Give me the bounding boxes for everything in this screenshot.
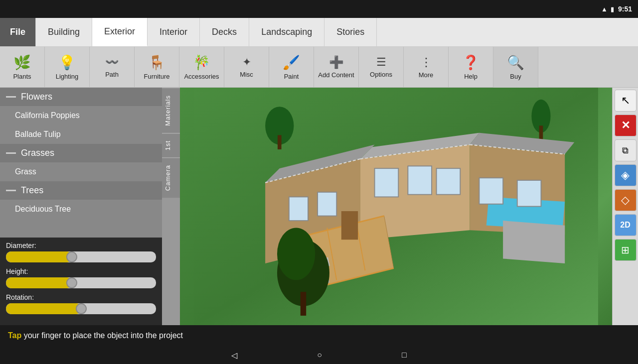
status-rest: your finger to place the object into the…	[21, 331, 183, 340]
rotation-track[interactable]	[6, 303, 156, 314]
tab-landscaping[interactable]: Landscaping	[249, 18, 324, 46]
svg-rect-26	[517, 180, 541, 206]
list-item-ballade-tulip[interactable]: Ballade Tulip	[0, 125, 162, 144]
dash-icon-2	[6, 152, 16, 154]
tool-lighting[interactable]: 💡 Lighting	[45, 47, 90, 88]
dash-icon-3	[6, 190, 16, 191]
status-message: Tap your finger to place the object into…	[8, 331, 183, 340]
copy-button[interactable]: ⧉	[615, 139, 637, 161]
cursor-button[interactable]: ↖	[615, 90, 637, 112]
cube3d-icon: ◈	[621, 169, 630, 182]
left-panel: Flowers California Poppies Ballade Tulip…	[0, 88, 162, 325]
battery-icon: ▮	[611, 5, 614, 13]
3d-viewport[interactable]	[180, 88, 612, 325]
paint-label: Paint	[284, 73, 299, 80]
tab-1st[interactable]: 1st	[162, 133, 180, 157]
status-bar: ▲ ▮ 9:51	[0, 0, 638, 18]
paint-icon: 🖌️	[283, 54, 300, 71]
sliders-area: Diameter: Height: Rotation:	[0, 238, 162, 325]
wireframe-button[interactable]: ◇	[615, 189, 637, 211]
group-trees[interactable]: Trees	[0, 181, 162, 200]
tool-accessories[interactable]: 🎋 Accessories	[179, 47, 224, 88]
height-slider-row: Height:	[6, 267, 156, 288]
main-area: Flowers California Poppies Ballade Tulip…	[0, 88, 638, 325]
tool-furniture[interactable]: 🪑 Furniture	[135, 47, 179, 88]
diameter-slider-row: Diameter:	[6, 242, 156, 262]
tab-materials[interactable]: Materials	[162, 88, 180, 133]
group-flowers[interactable]: Flowers	[0, 88, 162, 106]
diameter-thumb[interactable]	[66, 251, 77, 262]
copy-icon: ⧉	[622, 145, 629, 156]
list-item-grass[interactable]: Grass	[0, 162, 162, 181]
tool-paint[interactable]: 🖌️ Paint	[269, 47, 314, 88]
height-track[interactable]	[6, 277, 156, 288]
flowers-label: Flowers	[21, 92, 52, 102]
grid-button[interactable]: ⊞	[615, 239, 637, 261]
buy-icon: 🔍	[507, 54, 524, 71]
cube-outline-icon: ◇	[621, 194, 630, 207]
grid-icon: ⊞	[621, 244, 630, 256]
plants-label: Plants	[13, 73, 31, 80]
furniture-label: Furniture	[144, 73, 169, 80]
tool-options[interactable]: ☰ Options	[359, 47, 404, 88]
toolbar: 🌿 Plants 💡 Lighting 〰️ Path 🪑 Furniture …	[0, 47, 638, 88]
bottom-status-bar: Tap your finger to place the object into…	[0, 325, 638, 346]
path-icon: 〰️	[105, 56, 119, 69]
item-list: Flowers California Poppies Ballade Tulip…	[0, 88, 162, 238]
lighting-label: Lighting	[56, 73, 79, 80]
group-grasses[interactable]: Grasses	[0, 144, 162, 162]
status-icons: ▲ ▮	[601, 5, 614, 13]
dash-icon	[6, 96, 16, 98]
right-toolbar: ↖ ✕ ⧉ ◈ ◇ 2D ⊞	[612, 88, 638, 325]
rotation-slider-row: Rotation:	[6, 293, 156, 314]
delete-button[interactable]: ✕	[615, 115, 637, 136]
height-thumb[interactable]	[66, 277, 77, 288]
2d-view-button[interactable]: 2D	[615, 214, 637, 236]
tab-decks[interactable]: Decks	[200, 18, 249, 46]
rotation-thumb[interactable]	[76, 303, 87, 314]
trees-label: Trees	[21, 185, 43, 196]
more-label: More	[419, 71, 434, 79]
list-item-california-poppies[interactable]: California Poppies	[0, 106, 162, 125]
tab-stories[interactable]: Stories	[324, 18, 377, 46]
help-icon: ❓	[462, 54, 479, 71]
3d-view-button[interactable]: ◈	[615, 164, 637, 186]
options-icon: ☰	[376, 56, 386, 69]
options-label: Options	[370, 71, 392, 78]
misc-label: Misc	[240, 71, 253, 78]
tap-highlight: Tap	[8, 331, 21, 340]
accessories-label: Accessories	[184, 73, 219, 80]
grasses-label: Grasses	[21, 148, 54, 158]
accessories-icon: 🎋	[193, 54, 210, 71]
add-content-label: Add Content	[318, 71, 354, 79]
tab-interior[interactable]: Interior	[148, 18, 200, 46]
tool-add-content[interactable]: ➕ Add Content	[314, 47, 359, 88]
path-label: Path	[105, 71, 119, 78]
cursor-icon: ↖	[621, 94, 630, 107]
rotation-label: Rotation:	[6, 293, 156, 301]
furniture-icon: 🪑	[148, 54, 165, 71]
tool-help[interactable]: ❓ Help	[449, 47, 493, 88]
list-item-deciduous-tree[interactable]: Deciduous Tree	[0, 200, 162, 219]
tab-file[interactable]: File	[0, 18, 36, 46]
tab-exterior[interactable]: Exterior	[92, 18, 148, 46]
svg-rect-20	[289, 197, 308, 221]
plants-icon: 🌿	[13, 54, 31, 71]
svg-rect-4	[539, 125, 543, 140]
tool-path[interactable]: 〰️ Path	[90, 47, 135, 88]
diameter-track[interactable]	[6, 251, 156, 262]
tool-misc[interactable]: ✦ Misc	[224, 47, 269, 88]
android-nav-bar: ◁ ○ □	[0, 346, 638, 364]
tab-camera[interactable]: Camera	[162, 157, 180, 198]
tab-building[interactable]: Building	[36, 18, 92, 46]
recent-button[interactable]: □	[402, 351, 407, 360]
tool-plants[interactable]: 🌿 Plants	[0, 47, 45, 88]
svg-rect-2	[278, 135, 282, 149]
delete-icon: ✕	[621, 119, 630, 132]
tool-more[interactable]: ⋮ More	[404, 47, 449, 88]
side-tabs: Materials 1st Camera	[162, 88, 180, 325]
svg-rect-27	[341, 211, 358, 240]
tool-buy[interactable]: 🔍 Buy	[493, 47, 538, 88]
back-button[interactable]: ◁	[231, 351, 237, 360]
home-button[interactable]: ○	[317, 351, 322, 360]
